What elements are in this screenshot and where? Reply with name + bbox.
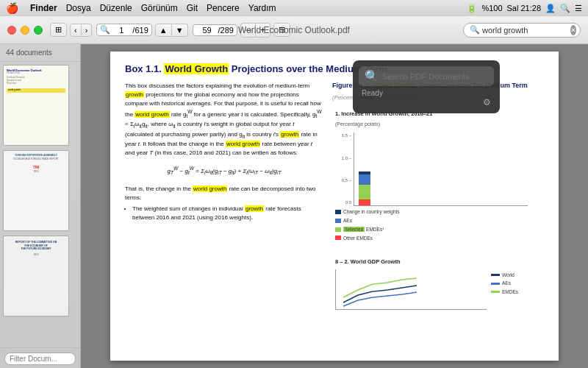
legend-country-weights: Change in country weights	[335, 208, 528, 216]
chart2-legend: World AEs EMDEs	[491, 272, 528, 296]
chart-1-subtitle: (Percentage points)	[335, 121, 528, 129]
search-popup: 🔍 Ready ⚙	[353, 60, 500, 113]
close-button[interactable]	[7, 26, 16, 35]
menu-git[interactable]: Git	[187, 3, 198, 13]
legend-world-label: World	[502, 272, 514, 279]
y-label-15: 1.5 –	[342, 132, 351, 139]
page-counter[interactable]: 🔍 / 619	[96, 24, 151, 36]
filter-area	[0, 347, 80, 368]
page-input-field[interactable]	[110, 26, 132, 35]
menubar-right: 🔋 %100 Sal 21:28 👤 🔍 ☰	[467, 4, 582, 13]
grid-view-button[interactable]: ⊞	[50, 23, 67, 37]
legend-other-emdes: Other EMDEs	[335, 235, 528, 242]
highlight-world-growth-2: world growth	[135, 111, 169, 118]
menu-finder[interactable]: Finder	[30, 3, 57, 13]
title-highlight-world-growth: World Growth	[164, 63, 229, 74]
para-formula-explanation: That is, the change in the world growth …	[125, 185, 323, 202]
search-bar: 🔍 ✕	[463, 23, 581, 38]
highlight-growth-1: growth	[125, 91, 144, 98]
thumbnail-2[interactable]: TURKISH EXPORTERS ASSEMBLY ECONOMY AND F…	[3, 150, 69, 231]
legend-aes-label2: AEs	[502, 280, 511, 287]
chart-legend: Change in country weights AEs Selected E…	[335, 208, 528, 241]
search-glass-icon: 🔍	[470, 25, 480, 35]
thumbnail-1[interactable]: World Economic Outlook October 2016 Subd…	[3, 65, 69, 146]
legend-selected-emdes: Selected EMDEs¹	[335, 226, 528, 233]
highlight-growth-3: growth	[280, 131, 299, 138]
y-label-05: 0.5 –	[342, 177, 351, 184]
battery-level: %100	[481, 4, 502, 13]
view-page-counter[interactable]: / 289	[193, 24, 237, 36]
highlight-growth-6: growth	[245, 205, 264, 212]
search-icon-small: 🔍	[100, 25, 110, 35]
main-area: 44 documents World Economic Outlook Octo…	[0, 44, 588, 368]
popup-search-icon: 🔍	[365, 69, 379, 83]
formula: gTW − gtW = Σiωit(giT − git) + Σi(ωiT − …	[125, 162, 323, 180]
pdf-right-column: Figure 1.1.1. World Growth Projections o…	[332, 82, 531, 313]
legend-line-aes	[491, 283, 500, 285]
minimize-button[interactable]	[21, 26, 29, 35]
legend-line-emdes	[491, 291, 500, 293]
legend-aes: AEs	[335, 217, 528, 224]
selected-highlight: Selected	[343, 227, 365, 232]
user-icon[interactable]: 👤	[545, 4, 556, 13]
traffic-lights	[7, 26, 43, 35]
legend-label-other: Other EMDEs	[343, 235, 373, 242]
legend-label-selected: Selected EMDEs¹	[343, 226, 384, 233]
legend-color-weights	[335, 210, 341, 214]
menu-yardim[interactable]: Yardım	[248, 3, 276, 13]
chart-1: 1. Increase in World Growth, 2016–21 (Pe…	[332, 107, 531, 245]
chart2-svg	[336, 269, 487, 310]
highlight-world-growth-4: world growth	[226, 141, 260, 147]
maximize-button[interactable]	[34, 26, 43, 35]
bullet-1: The weighted sum of changes in individua…	[132, 205, 323, 222]
popup-search-input[interactable]	[382, 72, 485, 81]
y-label-10: 1.0 –	[342, 155, 351, 162]
chart-2: 8 – 2. World GDP Growth	[332, 249, 531, 312]
menubar: 🍎 Finder Dosya Düzenle Görünüm Git Pence…	[0, 0, 588, 16]
nav-arrows: ‹ ›	[70, 24, 92, 37]
chart2-legend-aes: AEs	[491, 280, 528, 287]
apple-logo[interactable]: 🍎	[6, 2, 18, 14]
gear-icon[interactable]: ⚙	[359, 97, 494, 107]
filter-input[interactable]	[4, 353, 76, 365]
app-window: ⊞ ‹ › 🔍 / 619 ▲ ▼ / 289 − + ⊟ World Econ…	[0, 16, 588, 368]
legend-color-aes	[335, 219, 341, 223]
list-icon[interactable]: ☰	[575, 4, 582, 13]
search-status: Ready	[359, 89, 494, 97]
battery-icon: 🔋	[467, 4, 477, 13]
bullet-list: The weighted sum of changes in individua…	[125, 205, 323, 222]
clear-search-button[interactable]: ✕	[570, 25, 576, 35]
pdf-display-area: Box 1.1. World Growth Projections over t…	[81, 44, 588, 368]
para-intro: This box discusses the factors explainin…	[125, 82, 323, 158]
back-arrow[interactable]: ‹	[70, 24, 82, 37]
document-thumbnails: World Economic Outlook October 2016 Subd…	[0, 62, 80, 347]
search-menubar-icon[interactable]: 🔍	[560, 4, 570, 13]
forward-arrow[interactable]: ›	[82, 24, 93, 37]
down-arrow[interactable]: ▼	[172, 24, 188, 37]
thumbnail-3[interactable]: REPORT OF THE COMMITTEE ON THE ECONOMY O…	[3, 236, 69, 316]
chart2-content: World AEs EMDEs	[335, 269, 528, 310]
legend-line-world	[491, 274, 500, 276]
view-page-input[interactable]	[196, 26, 218, 35]
search-input[interactable]	[482, 26, 570, 35]
chart2-legend-world: World	[491, 272, 528, 279]
legend-label-weights: Change in country weights	[343, 208, 400, 216]
search-popup-input-box[interactable]: 🔍	[359, 66, 494, 86]
document-count: 44 documents	[0, 44, 80, 62]
menu-duzenle[interactable]: Düzenle	[100, 3, 132, 13]
up-arrow[interactable]: ▲	[155, 24, 172, 37]
titlebar: ⊞ ‹ › 🔍 / 619 ▲ ▼ / 289 − + ⊟ World Econ…	[0, 16, 588, 44]
y-label-00: 0.0	[345, 199, 351, 206]
highlight-world-growth-5: world growth	[193, 185, 227, 192]
chart-bars	[354, 132, 528, 206]
pdf-left-column: This box discusses the factors explainin…	[125, 82, 323, 313]
menu-dosya[interactable]: Dosya	[66, 3, 91, 13]
menu-goruntum[interactable]: Görünüm	[141, 3, 178, 13]
chart2-bars	[335, 269, 487, 310]
legend-emdes-label: EMDEs	[502, 289, 518, 296]
legend-label-aes: AEs	[343, 217, 352, 224]
menu-pencere[interactable]: Pencere	[207, 3, 240, 13]
chart2-legend-emdes: EMDEs	[491, 289, 528, 296]
search-box[interactable]: 🔍 ✕	[463, 23, 581, 38]
y-axis: 1.5 – 1.0 – 0.5 – 0.0	[335, 132, 354, 206]
